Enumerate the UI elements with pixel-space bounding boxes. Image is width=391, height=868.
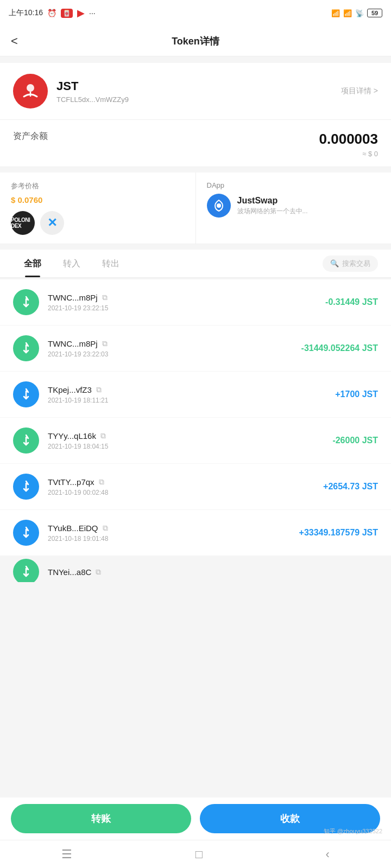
token-left: JST TCFLL5dx...VmWZZy9 xyxy=(13,74,129,108)
status-left: 上午10:16 ⏰ 🀄 ▶ ··· xyxy=(9,7,96,19)
price-dapp-section: 参考价格 $ 0.0760 POLONI DEX ✕ DApp JustSwap… xyxy=(0,173,391,244)
tx-item[interactable]: TVtTY...p7qx ⧉ 2021-10-19 00:02:48 +2654… xyxy=(0,464,391,510)
tx-item[interactable]: TYYy...qL16k ⧉ 2021-10-19 18:04:15 -2600… xyxy=(0,418,391,464)
tx-copy-partial[interactable]: ⧉ xyxy=(96,567,101,577)
transfer-button[interactable]: 转账 xyxy=(11,804,191,833)
tx-address-2: TKpej...vfZ3 xyxy=(48,385,92,394)
x-exchange-icon[interactable]: ✕ xyxy=(40,211,64,235)
dapp-row[interactable]: JustSwap 波场网络的第一个去中... xyxy=(207,194,381,218)
dapp-info: JustSwap 波场网络的第一个去中... xyxy=(237,196,308,216)
tabs-section: 全部 转入 转出 🔍 搜索交易 xyxy=(0,250,391,278)
header: < Token详情 xyxy=(0,26,391,56)
tx-item[interactable]: TKpej...vfZ3 ⧉ 2021-10-19 18:11:21 +1700… xyxy=(0,372,391,418)
tx-icon-4 xyxy=(13,474,39,500)
poloni-dex-icon[interactable]: POLONI DEX xyxy=(11,211,35,235)
tx-icon-partial xyxy=(13,559,39,582)
tx-address-5: TYukB...EiDQ xyxy=(48,524,98,533)
status-time: 上午10:16 xyxy=(9,8,43,18)
tx-item[interactable]: TWNC...m8Pj ⧉ 2021-10-19 23:22:03 -31449… xyxy=(0,326,391,372)
app-icon-1: 🀄 xyxy=(61,9,73,18)
tab-out[interactable]: 转出 xyxy=(91,250,130,277)
svg-point-2 xyxy=(217,203,221,208)
nav-bar: ☰ □ ‹ xyxy=(0,840,391,868)
tx-list: TWNC...m8Pj ⧉ 2021-10-19 23:22:15 -0.314… xyxy=(0,279,391,556)
nav-home-icon[interactable]: □ xyxy=(195,847,203,861)
dapp-label: DApp xyxy=(207,181,381,189)
tx-time-3: 2021-10-19 18:04:15 xyxy=(48,443,324,450)
tx-address-0: TWNC...m8Pj xyxy=(48,293,98,302)
nav-back-icon[interactable]: ‹ xyxy=(325,847,329,861)
tx-copy-3[interactable]: ⧉ xyxy=(100,431,106,441)
page-title: Token详情 xyxy=(172,35,219,48)
price-block: 参考价格 $ 0.0760 POLONI DEX ✕ xyxy=(0,173,196,244)
tx-icon-1 xyxy=(13,335,39,361)
tx-info-1: TWNC...m8Pj ⧉ 2021-10-19 23:22:03 xyxy=(48,339,293,358)
tx-item[interactable]: TYukB...EiDQ ⧉ 2021-10-18 19:01:48 +3334… xyxy=(0,510,391,556)
svg-point-0 xyxy=(27,84,34,92)
token-detail-link[interactable]: 项目详情 > xyxy=(341,86,378,96)
tab-in[interactable]: 转入 xyxy=(52,250,91,277)
search-transactions[interactable]: 🔍 搜索交易 xyxy=(323,256,378,272)
tx-time-0: 2021-10-19 23:22:15 xyxy=(48,304,317,312)
tx-copy-1[interactable]: ⧉ xyxy=(102,339,108,348)
tx-amount-1: -31449.052264 JST xyxy=(301,343,378,353)
tx-icon-0 xyxy=(13,289,39,315)
dapp-desc: 波场网络的第一个去中... xyxy=(237,207,308,216)
alarm-icon: ⏰ xyxy=(47,9,56,17)
tx-amount-2: +1700 JST xyxy=(335,390,378,399)
tx-icon-2 xyxy=(13,381,39,407)
tx-icon-5 xyxy=(13,520,39,546)
tx-icon-3 xyxy=(13,427,39,454)
token-logo xyxy=(13,74,48,108)
tx-address-partial: TNYei...a8C xyxy=(48,567,91,577)
battery-indicator: 59 xyxy=(367,9,382,17)
tx-address-1: TWNC...m8Pj xyxy=(48,339,98,348)
tx-address-4: TVtTY...p7qx xyxy=(48,477,94,487)
balance-usd: ≈ $ 0 xyxy=(319,150,378,158)
tx-time-1: 2021-10-19 23:22:03 xyxy=(48,350,293,358)
dapp-name: JustSwap xyxy=(237,196,308,206)
watermark: 知乎 @zhouyu332522 xyxy=(324,827,382,835)
tx-info-2: TKpej...vfZ3 ⧉ 2021-10-19 18:11:21 xyxy=(48,385,326,404)
back-button[interactable]: < xyxy=(11,34,18,48)
search-icon: 🔍 xyxy=(330,259,339,267)
tx-time-2: 2021-10-19 18:11:21 xyxy=(48,397,326,404)
tx-info-5: TYukB...EiDQ ⧉ 2021-10-18 19:01:48 xyxy=(48,524,291,542)
tx-info-4: TVtTY...p7qx ⧉ 2021-10-19 00:02:48 xyxy=(48,477,314,496)
balance-amount: 0.000003 xyxy=(319,131,378,148)
token-details: JST TCFLL5dx...VmWZZy9 xyxy=(56,79,129,104)
balance-label: 资产余额 xyxy=(13,131,48,142)
tx-info-0: TWNC...m8Pj ⧉ 2021-10-19 23:22:15 xyxy=(48,293,317,312)
dapp-logo xyxy=(207,194,231,218)
tx-address-3: TYYy...qL16k xyxy=(48,431,96,441)
search-placeholder: 搜索交易 xyxy=(342,259,370,269)
tx-copy-0[interactable]: ⧉ xyxy=(102,293,108,302)
tx-amount-0: -0.31449 JST xyxy=(325,297,378,307)
tx-item-partial: TNYei...a8C ⧉ xyxy=(0,556,391,582)
tx-info-partial: TNYei...a8C ⧉ xyxy=(48,567,378,577)
price-value: $ 0.0760 xyxy=(11,195,185,205)
price-label: 参考价格 xyxy=(11,181,185,191)
tx-copy-2[interactable]: ⧉ xyxy=(96,385,102,394)
token-name: JST xyxy=(56,79,129,93)
wifi-icon: 📡 xyxy=(355,9,364,17)
tx-copy-4[interactable]: ⧉ xyxy=(99,477,104,487)
signal-icon: 📶 xyxy=(331,9,340,17)
dapp-block: DApp JustSwap 波场网络的第一个去中... xyxy=(196,173,392,244)
more-icon: ··· xyxy=(89,9,96,17)
tx-item[interactable]: TWNC...m8Pj ⧉ 2021-10-19 23:22:15 -0.314… xyxy=(0,279,391,326)
app-icon-2: ▶ xyxy=(77,7,85,19)
tx-info-3: TYYy...qL16k ⧉ 2021-10-19 18:04:15 xyxy=(48,431,324,450)
signal2-icon: 📶 xyxy=(343,9,352,17)
tab-all[interactable]: 全部 xyxy=(13,250,52,277)
status-bar: 上午10:16 ⏰ 🀄 ▶ ··· 📶 📶 📡 59 xyxy=(0,0,391,26)
tx-amount-3: -26000 JST xyxy=(332,436,378,445)
tx-amount-5: +33349.187579 JST xyxy=(299,528,378,538)
tx-time-4: 2021-10-19 00:02:48 xyxy=(48,489,314,496)
balance-section: 资产余额 0.000003 ≈ $ 0 xyxy=(0,120,391,167)
status-right: 📶 📶 📡 59 xyxy=(331,9,382,17)
tx-copy-5[interactable]: ⧉ xyxy=(103,524,108,533)
token-address: TCFLL5dx...VmWZZy9 xyxy=(56,95,129,104)
nav-menu-icon[interactable]: ☰ xyxy=(61,847,72,861)
tx-time-5: 2021-10-18 19:01:48 xyxy=(48,535,291,542)
